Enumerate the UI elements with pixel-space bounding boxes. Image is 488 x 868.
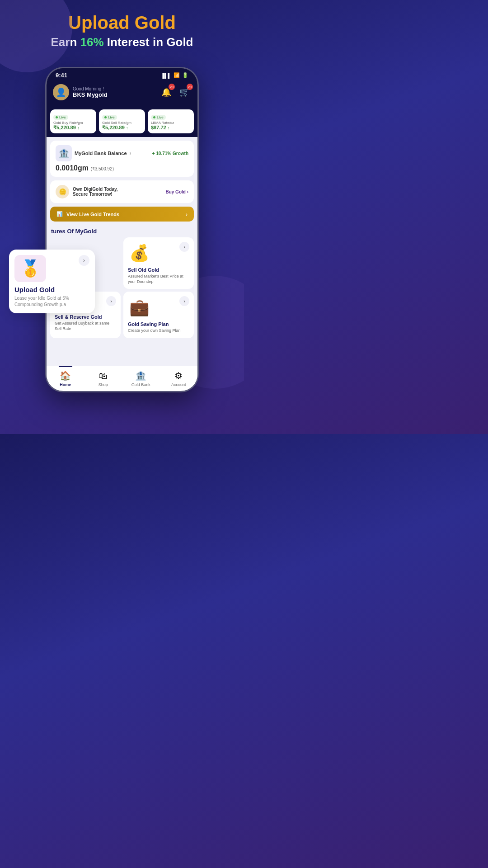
digigold-banner[interactable]: 🪙 Own DigiGold Today, Secure Tomorrow! B… — [50, 180, 194, 203]
gold-saving-arrow: › — [179, 296, 189, 306]
rate-value-sell: ₹5,220.89 ↑ — [102, 125, 142, 131]
nav-account-label: Account — [171, 382, 186, 387]
sell-old-gold-arrow: › — [179, 242, 189, 252]
balance-header: 🏦 MyGold Bank Balance › + 10.71% Growth — [56, 145, 188, 161]
vault-icon: 🏦 — [56, 145, 72, 161]
user-text: Good Morning ! BKS Mygold — [73, 86, 108, 98]
gold-saving-icon-area: 💼 — [128, 296, 150, 319]
status-bar: 9:41 ▐▌▌ 📶 🔋 — [47, 68, 197, 80]
rate-value-lbma: $87.72 ↑ — [151, 125, 191, 130]
app-header: 👤 Good Morning ! BKS Mygold 🔔 20 🛒 20 — [47, 80, 197, 106]
floating-title: Upload Gold — [14, 286, 89, 293]
feature-card-gold-saving[interactable]: › 💼 Gold Saving Plan Create your own Sav… — [123, 292, 194, 338]
bank-icon: 🏦 — [135, 370, 146, 381]
live-dot — [56, 116, 58, 118]
gold-saving-desc: Create your own Saving Plan — [128, 328, 189, 334]
rate-cards: Live Gold Buy Rate/gm ₹5,220.89 ↑ Live G… — [47, 106, 197, 137]
floating-card-arrow: › — [79, 255, 89, 266]
app-content: 👤 Good Morning ! BKS Mygold 🔔 20 🛒 20 — [47, 80, 197, 387]
sell-old-gold-title: Sell Old Gold — [128, 267, 189, 273]
subtitle-highlight: 16% — [80, 35, 104, 49]
growth-badge: + 10.71% Growth — [152, 151, 188, 156]
subtitle-suffix: Interest in Gold — [104, 35, 193, 49]
sell-reserve-desc: Get Assured Buyback at same Sell Rate — [55, 321, 116, 331]
nav-home[interactable]: 🏠 Home — [47, 366, 84, 391]
account-icon: ⚙ — [174, 370, 183, 381]
sell-old-gold-desc: Assured Market's Best Price at your Door… — [128, 274, 189, 284]
digi-line2: Secure Tomorrow! — [73, 192, 118, 197]
nav-home-label: Home — [60, 382, 71, 387]
header-actions: 🔔 20 🛒 20 — [160, 85, 191, 99]
digi-line1: Own DigiGold Today, — [73, 187, 118, 192]
digi-text: Own DigiGold Today, Secure Tomorrow! — [73, 187, 118, 197]
wifi-icon: 📶 — [174, 72, 180, 78]
rate-card-lbma: Live LBMA Rate/oz $87.72 ↑ — [148, 109, 194, 133]
trends-banner[interactable]: 📊 View Live Gold Trends › — [50, 207, 194, 222]
greeting-text: Good Morning ! — [73, 86, 108, 91]
nav-indicator-home — [59, 366, 72, 367]
notification-badge: 20 — [169, 84, 175, 90]
notification-button[interactable]: 🔔 20 — [160, 85, 173, 99]
balance-amount: 0.0010gm — [56, 164, 89, 172]
user-info: 👤 Good Morning ! BKS Mygold — [53, 84, 108, 100]
shop-icon: 🛍 — [99, 371, 108, 381]
signal-icon: ▐▌▌ — [161, 73, 171, 78]
trends-arrow: › — [186, 212, 188, 217]
floating-icon-area: 🥇 — [14, 255, 46, 282]
phone-mockup: 9:41 ▐▌▌ 📶 🔋 👤 Good Morning ! BKS Mygold… — [45, 67, 199, 392]
floating-desc: Lease your Idle Gold at 5% Compounding G… — [14, 295, 89, 308]
balance-amount-row: 0.0010gm (₹3,500.92) — [56, 164, 188, 172]
nav-shop-label: Shop — [99, 382, 108, 387]
rate-label-buy: Gold Buy Rate/gm — [53, 121, 93, 125]
sell-reserve-title: Sell & Reserve Gold — [55, 314, 116, 320]
battery-icon: 🔋 — [182, 72, 188, 78]
rate-label-sell: Gold Sell Rate/gm — [102, 121, 142, 125]
gold-saving-title: Gold Saving Plan — [128, 321, 189, 327]
rate-arrow-buy: ↑ — [77, 126, 80, 130]
live-badge-buy: Live — [53, 115, 68, 120]
balance-title: 🏦 MyGold Bank Balance › — [56, 145, 131, 161]
balance-card: 🏦 MyGold Bank Balance › + 10.71% Growth … — [50, 141, 194, 177]
trends-label: View Live Gold Trends — [66, 212, 119, 217]
feature-card-sell-old-gold[interactable]: › 💰 Sell Old Gold Assured Market's Best … — [123, 237, 194, 289]
status-icons: ▐▌▌ 📶 🔋 — [161, 72, 188, 78]
cart-button[interactable]: 🛒 20 — [178, 85, 191, 99]
live-badge-sell: Live — [102, 115, 117, 120]
nav-shop[interactable]: 🛍 Shop — [84, 366, 122, 391]
sell-old-gold-icon-area: 💰 — [128, 242, 150, 264]
cart-badge: 20 — [187, 84, 193, 90]
live-badge-lbma: Live — [151, 115, 166, 120]
upload-gold-icon: 🥇 — [20, 259, 41, 278]
nav-gold-bank-label: Gold Bank — [131, 382, 150, 387]
gold-saving-icon: 💼 — [129, 298, 150, 317]
avatar: 👤 — [53, 84, 69, 100]
sell-old-gold-icon: 💰 — [129, 244, 150, 263]
bottom-nav: 🏠 Home 🛍 Shop 🏦 Gold Bank ⚙ Account — [47, 366, 197, 391]
live-dot-lbma — [153, 116, 155, 118]
live-dot-sell — [104, 116, 107, 118]
balance-sub: (₹3,500.92) — [90, 166, 114, 171]
features-heading: tures Of MyGold — [47, 225, 197, 237]
trends-content: 📊 View Live Gold Trends — [56, 211, 119, 217]
digigold-left: 🪙 Own DigiGold Today, Secure Tomorrow! — [56, 185, 118, 198]
username-text: BKS Mygold — [73, 91, 108, 98]
rate-label-lbma: LBMA Rate/oz — [151, 121, 191, 125]
rate-arrow-lbma: ↑ — [168, 126, 170, 130]
chart-icon: 📊 — [56, 211, 63, 217]
rate-card-buy: Live Gold Buy Rate/gm ₹5,220.89 ↑ — [50, 109, 96, 133]
floating-upload-card[interactable]: › 🥇 Upload Gold Lease your Idle Gold at … — [9, 250, 95, 313]
status-time: 9:41 — [56, 72, 67, 79]
buy-gold-button[interactable]: Buy Gold › — [165, 189, 188, 194]
home-icon: 🏠 — [60, 370, 71, 381]
rate-value-buy: ₹5,220.89 ↑ — [53, 125, 93, 131]
nav-gold-bank[interactable]: 🏦 Gold Bank — [122, 366, 160, 391]
rate-arrow-sell: ↑ — [126, 126, 128, 130]
rate-card-sell: Live Gold Sell Rate/gm ₹5,220.89 ↑ — [99, 109, 145, 133]
digi-icon: 🪙 — [56, 185, 69, 198]
nav-account[interactable]: ⚙ Account — [160, 366, 198, 391]
